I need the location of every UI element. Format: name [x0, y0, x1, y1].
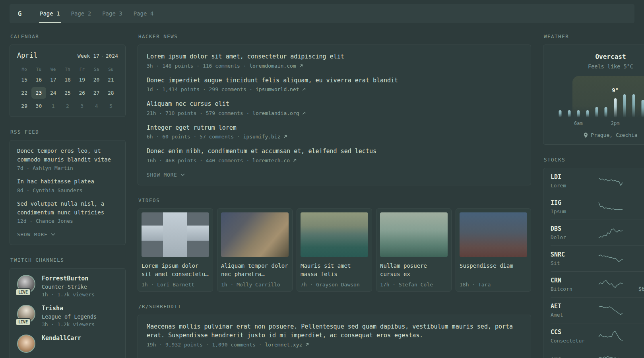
video-card[interactable]: Nullam posuere cursus ex17h · Stefan Col… [376, 208, 452, 292]
external-link-icon [305, 343, 309, 346]
hackernews-show-more-button[interactable]: SHOW MORE [147, 172, 185, 178]
twitch-channel-meta: 3h · 1.2k viewers [42, 321, 97, 327]
calendar-day[interactable]: 24 [46, 87, 60, 99]
hackernews-item-title[interactable]: Donec imperdiet augue tincidunt felis al… [147, 76, 522, 85]
calendar-section: CALENDAR April Week 17·2024 MoTuWeThFrSa… [10, 33, 126, 117]
stock-row[interactable]: LDILorem+4.35%$795.18 [551, 168, 644, 194]
rss-item-title[interactable]: In hac habitasse platea [17, 177, 118, 186]
stock-name: Sit [551, 260, 594, 266]
stock-values: +4.35%$795.18 [627, 174, 644, 189]
stock-row[interactable]: CCSConsectetur+0.51%$165.84 [551, 323, 644, 349]
calendar-day[interactable]: 20 [89, 74, 103, 86]
hackernews-item-domain[interactable]: ipsumworld.net [256, 86, 302, 92]
twitch-channel-info: KendallCarr [42, 335, 81, 353]
video-card[interactable]: Suspendisse diam18h · Tara [456, 208, 531, 292]
hackernews-item-title[interactable]: Integer eget rutrum lorem [147, 123, 522, 132]
weather-time-label: 2pm [611, 121, 620, 126]
calendar-day[interactable]: 5 [104, 100, 118, 112]
rss-show-more-button[interactable]: SHOW MORE [17, 232, 55, 237]
video-card[interactable]: Aliquam tempor dolor nec pharetra…1h · M… [217, 208, 293, 292]
twitch-channel-name[interactable]: KendallCarr [42, 335, 81, 342]
hackernews-section: HACKER NEWS Lorem ipsum dolor sit amet, … [138, 33, 531, 185]
hackernews-item-domain[interactable]: loremdomain.com [249, 63, 299, 69]
rss-item[interactable]: Sed volutpat nulla nisl, a condimentum n… [17, 200, 118, 224]
calendar-day[interactable]: 17 [46, 74, 60, 86]
tab-page-4[interactable]: Page 4 [128, 4, 159, 23]
calendar-day[interactable]: 22 [17, 87, 31, 99]
calendar-day[interactable]: 25 [60, 87, 75, 99]
subreddit-post[interactable]: Maecenas mollis pulvinar erat non posuer… [147, 322, 522, 348]
app-logo[interactable]: G [10, 4, 30, 23]
calendar-day[interactable]: 3 [75, 100, 89, 112]
calendar-day[interactable]: 27 [89, 87, 103, 99]
rss-item[interactable]: In hac habitasse platea8d · Cynthia Saun… [17, 177, 118, 193]
hackernews-item[interactable]: Lorem ipsum dolor sit amet, consectetur … [147, 52, 522, 69]
stock-sparkline [598, 278, 623, 290]
hackernews-item-meta: 1d · 1,414 points · 299 comments · ipsum… [147, 86, 522, 92]
hackernews-item[interactable]: Integer eget rutrum lorem6h · 60 points … [147, 123, 522, 140]
calendar-day[interactable]: 19 [75, 74, 89, 86]
hackernews-item-meta: 6h · 60 points · 57 comments · ipsumify.… [147, 134, 522, 140]
hackernews-item[interactable]: Donec imperdiet augue tincidunt felis al… [147, 76, 522, 93]
stock-row[interactable]: AHS+0.46% [551, 349, 644, 358]
calendar-day[interactable]: 26 [75, 87, 89, 99]
stock-row[interactable]: AETAmet+0.92%$499.72 [551, 297, 644, 323]
calendar-day[interactable]: 1 [46, 100, 60, 112]
stock-row[interactable]: SNRCSit+1.36%$148.64 [551, 245, 644, 271]
twitch-channel-info: ForrestBurtonCounter-Strike1h · 1.7k vie… [42, 275, 95, 298]
rss-item-title[interactable]: Sed volutpat nulla nisl, a condimentum n… [17, 200, 118, 217]
hackernews-item[interactable]: Aliquam nec cursus elit21h · 710 points … [147, 99, 522, 116]
hackernews-item-title[interactable]: Aliquam nec cursus elit [147, 99, 522, 109]
tab-page-1[interactable]: Page 1 [34, 4, 66, 23]
stock-row[interactable]: CRNBitcorn-1.00%$66,171.48 [551, 271, 644, 297]
stock-sparkline [598, 175, 623, 187]
calendar-day[interactable]: 18 [60, 74, 75, 86]
calendar-day[interactable]: 4 [89, 100, 103, 112]
twitch-channel-row[interactable]: LIVETrishaLeague of Legends3h · 1.2k vie… [17, 305, 118, 327]
calendar-day[interactable]: 29 [17, 100, 31, 112]
videos-section: VIDEOS Lorem ipsum dolor sit amet consec… [138, 197, 531, 292]
video-card[interactable]: Lorem ipsum dolor sit amet consectetu…1h… [138, 208, 213, 292]
rss-item-title[interactable]: Donec tempor eros leo, ut commodo mauris… [17, 147, 118, 164]
stock-row[interactable]: DBSDolor+1.42%$156.28 [551, 220, 644, 245]
chevron-down-icon [180, 173, 185, 176]
left-column: CALENDAR April Week 17·2024 MoTuWeThFrSa… [10, 33, 126, 358]
calendar-day[interactable]: 28 [104, 87, 118, 99]
stock-change: +1.36% [627, 251, 644, 258]
hackernews-item[interactable]: Donec enim nibh, condimentum et accumsan… [147, 147, 522, 163]
stock-info: LDILorem [551, 173, 594, 189]
video-title: Lorem ipsum dolor sit amet consectetu… [142, 262, 209, 278]
twitch-channel-row[interactable]: KendallCarr [17, 335, 118, 353]
video-card[interactable]: Mauris sit amet massa felis7h · Grayson … [297, 208, 372, 292]
hackernews-item-domain[interactable]: loremtech.co [252, 158, 293, 163]
calendar-day[interactable]: 2 [60, 100, 75, 112]
stock-info: CRNBitcorn [551, 277, 594, 292]
hackernews-item-domain[interactable]: loremlandia.org [252, 110, 302, 116]
twitch-channel-name[interactable]: ForrestBurton [42, 275, 95, 282]
calendar-day[interactable]: 30 [31, 100, 46, 112]
calendar-day[interactable]: 15 [17, 74, 31, 86]
top-navigation-bar: G Page 1Page 2Page 3Page 4 [10, 4, 634, 23]
stock-row[interactable]: IIGIpsum+2.84%$42.04 [551, 194, 644, 220]
page-tabs: Page 1Page 2Page 3Page 4 [30, 4, 159, 23]
tab-page-2[interactable]: Page 2 [66, 4, 97, 23]
rss-section: RSS FEED Donec tempor eros leo, ut commo… [10, 129, 126, 245]
hackernews-item-domain[interactable]: ipsumify.biz [243, 134, 284, 140]
calendar-day[interactable]: 16 [31, 74, 46, 86]
calendar-day[interactable]: 23 [31, 87, 46, 99]
stock-values: +1.36%$148.64 [627, 251, 644, 266]
weather-bar [596, 107, 598, 117]
subreddit-section-title: /R/SUBREDDIT [138, 304, 531, 309]
subreddit-post-domain[interactable]: loremnet.xyz [265, 342, 305, 348]
twitch-channel-row[interactable]: LIVEForrestBurtonCounter-Strike1h · 1.7k… [17, 275, 118, 298]
twitch-channel-name[interactable]: Trisha [42, 305, 97, 312]
stock-change: +0.92% [627, 303, 644, 309]
calendar-day[interactable]: 21 [104, 74, 118, 86]
tab-page-3[interactable]: Page 3 [97, 4, 128, 23]
twitch-channel-list: LIVEForrestBurtonCounter-Strike1h · 1.7k… [17, 275, 118, 353]
weather-condition: Overcast [550, 53, 644, 60]
subreddit-post-title[interactable]: Maecenas mollis pulvinar erat non posuer… [147, 322, 522, 340]
rss-item[interactable]: Donec tempor eros leo, ut commodo mauris… [17, 147, 118, 171]
hackernews-item-title[interactable]: Donec enim nibh, condimentum et accumsan… [147, 147, 522, 156]
hackernews-item-title[interactable]: Lorem ipsum dolor sit amet, consectetur … [147, 52, 522, 61]
